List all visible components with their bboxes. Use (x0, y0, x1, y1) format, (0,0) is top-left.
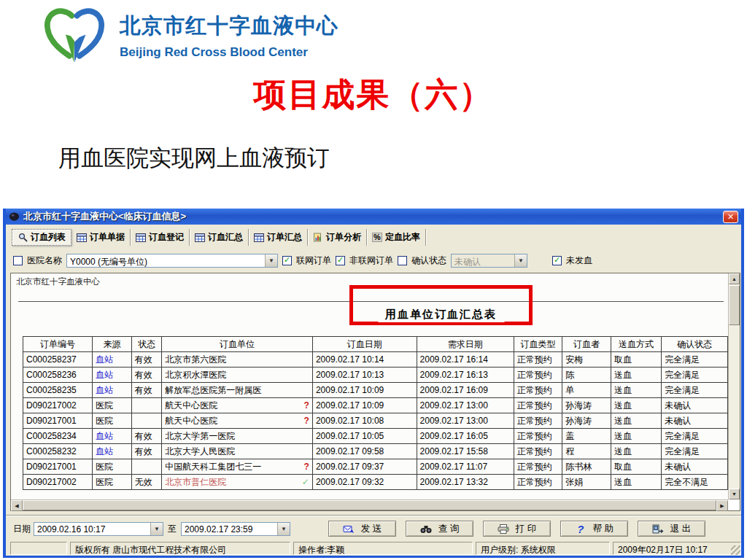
column-header-source[interactable]: 来源 (92, 337, 131, 352)
cell-type: 正常预约 (514, 444, 562, 459)
table-row[interactable]: C000258234血站有效北京大学第一医院2009.02.17 10:0520… (23, 429, 728, 444)
scroll-right-icon[interactable]: ▶ (716, 500, 728, 511)
status-operator: 操作者:李颖 (293, 542, 473, 555)
cell-need-date: 2009.02.17 11:07 (417, 459, 514, 475)
cell-status (131, 459, 162, 475)
column-header-order-date[interactable]: 订血日期 (312, 337, 417, 352)
table-row[interactable]: D090217002医院无效北京市普仁医院✓2009.02.17 09:3220… (23, 475, 728, 490)
table-row[interactable]: C000258236血站有效北京积水潭医院2009.02.17 10:13200… (23, 368, 728, 383)
slide-subtitle: 用血医院实现网上血液预订 (58, 143, 330, 174)
cell-order-no: C000258232 (23, 444, 93, 459)
date-to-select[interactable]: 2009.02.17 23:59 ▼ (181, 522, 290, 536)
column-header-order-no[interactable]: 订单编号 (23, 337, 93, 352)
cell-delivery: 取血 (611, 459, 661, 475)
tab-label: 订单单据 (90, 231, 125, 244)
cell-source: 血站 (92, 429, 131, 444)
column-header-type[interactable]: 订血类型 (514, 337, 562, 352)
query-button[interactable]: 查 询 (406, 521, 473, 537)
not-sent-checkbox[interactable] (552, 256, 562, 265)
cell-need-date: 2009.02.17 16:05 (417, 429, 514, 444)
cell-unit: 北京大学人民医院 (162, 444, 313, 459)
table-row[interactable]: C000258237血站有效北京市第六医院2009.02.17 10:14200… (23, 352, 728, 368)
scroll-down-icon[interactable]: ▼ (729, 489, 740, 499)
scroll-up-icon[interactable]: ▲ (729, 273, 740, 284)
column-header-confirm[interactable]: 确认状态 (662, 337, 728, 352)
confirm-state-checkbox[interactable] (398, 256, 407, 265)
horizontal-scrollbar[interactable]: ◀ ▶ (11, 499, 728, 510)
window-titlebar[interactable]: 北京市红十字血液中心<临床订血信息> ✕ (6, 209, 741, 225)
table-row[interactable]: D090217001医院中国航天科工集团七三一?2009.02.17 09:37… (23, 459, 728, 475)
cell-need-date: 2009.02.17 15:58 (417, 444, 514, 459)
chevron-down-icon: ▼ (514, 254, 527, 267)
date-from-select[interactable]: 2009.02.16 10:17 ▼ (34, 522, 163, 536)
date-label: 日期 (13, 523, 31, 535)
cell-type: 正常预约 (514, 429, 562, 444)
table-head: 订单编号来源状态订血单位订血日期需求日期订血类型订血者送血方式确认状态 (23, 337, 728, 352)
cell-status (131, 398, 162, 413)
button-label: 发 送 (361, 523, 382, 535)
online-orders-checkbox[interactable] (282, 256, 292, 265)
table-row[interactable]: D090217002医院航天中心医院?2009.02.17 10:092009.… (23, 398, 728, 413)
resize-grip[interactable] (731, 545, 740, 555)
cell-type: 正常预约 (514, 368, 562, 383)
grid-icon (136, 233, 146, 242)
cell-delivery: 取血 (611, 352, 661, 368)
cell-need-date: 2009.02.17 16:13 (417, 368, 514, 383)
tab-blood-summary[interactable]: 订血汇总 (190, 229, 249, 246)
column-header-delivery[interactable]: 送血方式 (611, 337, 661, 352)
status-user-level: 用户级别: 系统权限 (476, 542, 610, 555)
cell-confirm: 完全满足 (662, 352, 728, 368)
tab-label: 订血汇总 (208, 231, 243, 244)
table-row[interactable]: C000258232血站有效北京大学人民医院2009.02.17 09:5820… (23, 444, 728, 459)
cell-unit: 航天中心医院? (162, 413, 313, 429)
column-header-status[interactable]: 状态 (131, 337, 162, 352)
cell-unit: 北京市普仁医院✓ (162, 475, 313, 490)
cell-source: 医院 (92, 413, 131, 429)
window-title: 北京市红十字血液中心<临床订血信息> (23, 210, 723, 223)
tab-label: 订血登记 (149, 231, 184, 244)
chevron-down-icon[interactable]: ▼ (277, 523, 290, 535)
cell-type: 正常预约 (514, 475, 562, 490)
cell-delivery: 送血 (611, 368, 661, 383)
close-button[interactable]: ✕ (723, 211, 738, 223)
grid-icon (77, 233, 87, 242)
print-button[interactable]: 打 印 (483, 521, 551, 537)
tab-order-doc[interactable]: 订单单据 (71, 229, 131, 246)
chevron-down-icon[interactable]: ▼ (150, 523, 163, 535)
chevron-down-icon[interactable]: ▼ (265, 254, 277, 267)
hospital-name-label: 医院名称 (27, 254, 62, 267)
cell-delivery: 送血 (611, 413, 661, 429)
column-header-unit[interactable]: 订血单位 (162, 337, 313, 352)
grid-icon (195, 233, 205, 242)
table-row[interactable]: D090217001医院航天中心医院?2009.02.17 10:082009.… (23, 413, 728, 429)
tab-ratio[interactable]: %定血比率 (367, 229, 426, 246)
table-row[interactable]: C000258235血站有效解放军总医院第一附属医2009.02.17 10:0… (23, 383, 728, 398)
cell-status: 有效 (131, 352, 162, 368)
horizontal-scroll-thumb[interactable] (23, 500, 716, 510)
hospital-select[interactable]: Y0000 (无编号单位) ▼ (66, 254, 278, 268)
exit-button[interactable]: 退 出 (638, 521, 705, 537)
offline-orders-checkbox[interactable] (336, 256, 345, 265)
vertical-scroll-thumb[interactable] (729, 285, 740, 325)
cell-order-no: D090217001 (23, 413, 93, 429)
orders-table: 订单编号来源状态订血单位订血日期需求日期订血类型订血者送血方式确认状态 C000… (23, 336, 728, 490)
scroll-left-icon[interactable]: ◀ (11, 500, 23, 511)
cell-confirm: 未确认 (662, 413, 728, 429)
tab-order-reg[interactable]: 订血登记 (131, 229, 190, 246)
column-header-need-date[interactable]: 需求日期 (417, 337, 514, 352)
vertical-scrollbar[interactable]: ▲ ▼ (728, 273, 740, 499)
button-label: 查 询 (438, 523, 459, 535)
column-header-orderer[interactable]: 订血者 (562, 337, 611, 352)
hospital-name-checkbox[interactable] (13, 256, 23, 265)
tab-order-summary[interactable]: 订单汇总 (249, 229, 308, 246)
cell-type: 正常预约 (514, 383, 562, 398)
cell-delivery: 送血 (611, 475, 661, 490)
report-org-line: 北京市红十字血液中心 (16, 276, 100, 287)
cell-orderer: 盖 (562, 429, 611, 444)
tab-label: 定血比率 (385, 231, 420, 244)
help-button[interactable]: ?帮 助 (560, 521, 628, 537)
tab-analysis[interactable]: 订单分析 (308, 229, 367, 246)
send-button[interactable]: 发 送 (328, 521, 396, 537)
tab-order-list[interactable]: 订血列表 (12, 229, 71, 246)
cell-order-date: 2009.02.17 09:58 (312, 444, 417, 459)
